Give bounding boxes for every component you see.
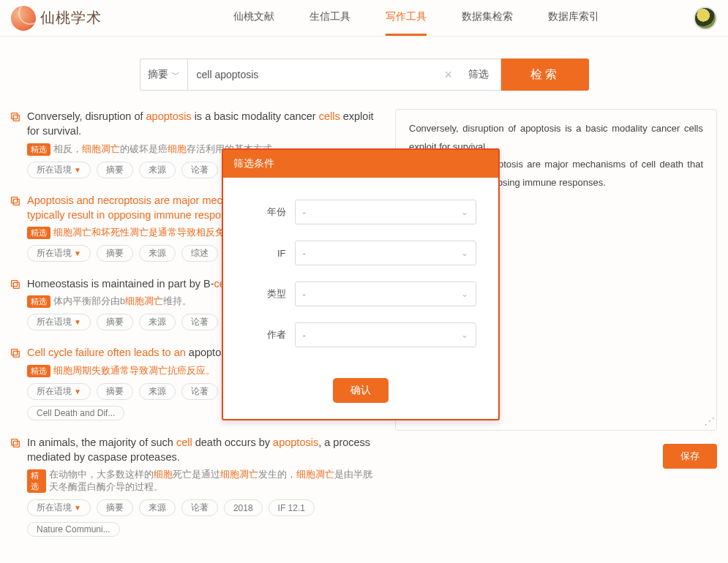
featured-badge: 精选 [27,295,50,308]
tag[interactable]: 所在语境▼ [27,499,91,516]
form-label: 年份 [245,205,286,219]
form-select[interactable]: -⌄ [295,282,476,306]
svg-rect-9 [12,439,18,445]
tag[interactable]: 论著 [181,383,218,400]
tag[interactable]: Nature Communi... [27,522,120,537]
search-input[interactable] [187,58,465,91]
svg-rect-8 [13,441,19,447]
chevron-down-icon: ⌄ [461,248,468,258]
tag[interactable]: IF 12.1 [269,499,315,516]
confirm-button[interactable]: 确认 [333,378,389,403]
svg-rect-1 [12,113,18,119]
translation-text: 体内平衡部分由b细胞凋亡维持。 [53,295,192,308]
copy-icon[interactable] [11,111,21,123]
form-label: IF [245,248,286,259]
search-button[interactable]: 检索 [501,58,589,91]
result-item: In animals, the majority of such cell de… [11,435,377,537]
tag[interactable]: 摘要 [97,245,133,262]
select-value: - [303,207,306,218]
logo-icon [11,6,36,31]
arrow-down-icon: ▼ [74,166,81,174]
copy-icon[interactable] [11,195,21,207]
svg-rect-7 [12,349,18,355]
nav: 仙桃文献生信工具写作工具数据集检索数据库索引 [138,0,694,36]
tag[interactable]: 摘要 [97,499,133,516]
form-label: 类型 [245,287,286,301]
svg-rect-4 [13,283,19,289]
copy-icon[interactable] [11,279,21,290]
tag[interactable]: 论著 [181,499,218,516]
select-value: - [303,289,306,300]
tag[interactable]: 摘要 [97,314,133,330]
copy-icon[interactable] [11,437,21,449]
result-title[interactable]: Conversely, disruption of apoptosis is a… [27,109,377,139]
tag[interactable]: 所在语境▼ [27,162,91,178]
nav-item[interactable]: 写作工具 [386,0,427,36]
header: 仙桃学术 仙桃文献生信工具写作工具数据集检索数据库索引 [0,0,728,37]
tag[interactable]: 论著 [181,162,218,178]
chevron-down-icon: ﹀ [171,69,180,81]
nav-item[interactable]: 数据集检索 [462,0,513,36]
tag[interactable]: 来源 [139,499,176,516]
arrow-down-icon: ▼ [74,318,81,326]
tag[interactable]: 所在语境▼ [27,245,91,262]
tag[interactable]: 所在语境▼ [27,314,91,330]
avatar[interactable] [694,7,717,30]
featured-badge: 精选 [27,143,50,156]
filter-modal: 筛选条件 年份-⌄IF-⌄类型-⌄作者-⌄ 确认 [222,148,500,420]
tag[interactable]: 摘要 [97,162,133,178]
result-title[interactable]: In animals, the majority of such cell de… [27,435,377,465]
form-label: 作者 [245,328,286,341]
tag[interactable]: 综述 [181,245,218,262]
brand-text: 仙桃学术 [40,8,102,28]
logo[interactable]: 仙桃学术 [11,6,102,31]
svg-rect-0 [13,115,19,121]
filter-button[interactable]: 筛选 [457,58,501,91]
select-value: - [303,330,306,341]
tag[interactable]: 2018 [224,499,263,516]
svg-rect-5 [12,281,18,287]
arrow-down-icon: ▼ [74,249,81,257]
tag[interactable]: 来源 [139,314,176,330]
tag[interactable]: 所在语境▼ [27,383,91,400]
svg-rect-6 [13,352,19,358]
arrow-down-icon: ▼ [74,388,81,396]
search-type-select[interactable]: 摘要 ﹀ [140,58,187,91]
tag[interactable]: 来源 [139,162,176,178]
featured-badge: 精选 [27,227,50,239]
tag[interactable]: 论著 [181,314,218,330]
featured-badge: 精选 [27,365,50,377]
chevron-down-icon: ⌄ [461,289,468,299]
form-select[interactable]: -⌄ [295,322,476,347]
tag-row: 所在语境▼摘要来源论著2018IF 12.1Nature Communi... [27,499,377,537]
translation-text: 细胞周期失败通常导致凋亡抗癌反应。 [53,365,215,377]
nav-item[interactable]: 仙桃文献 [233,0,274,36]
translation-text: 在动物中，大多数这样的细胞死亡是通过细胞凋亡发生的，细胞凋亡是由半胱天冬酶蛋白酶… [49,469,377,494]
tag[interactable]: 来源 [139,383,176,400]
resize-icon[interactable]: ⋰ [704,413,716,430]
search-bar: 摘要 ﹀ × 筛选 检索 [0,58,728,91]
search-type-label: 摘要 [148,68,168,81]
tag[interactable]: 摘要 [97,383,133,400]
arrow-down-icon: ▼ [74,504,81,512]
translation-row: 精选在动物中，大多数这样的细胞死亡是通过细胞凋亡发生的，细胞凋亡是由半胱天冬酶蛋… [27,469,377,494]
chevron-down-icon: ⌄ [461,330,468,340]
nav-item[interactable]: 生信工具 [309,0,350,36]
form-select[interactable]: -⌄ [295,200,476,224]
svg-rect-2 [13,199,19,205]
featured-badge: 精选 [27,469,46,493]
chevron-down-icon: ⌄ [461,207,468,217]
save-button[interactable]: 保存 [663,444,717,469]
nav-item[interactable]: 数据库索引 [548,0,599,36]
select-value: - [303,248,306,259]
modal-title: 筛选条件 [223,150,498,178]
tag[interactable]: Cell Death and Dif... [27,406,124,420]
copy-icon[interactable] [11,347,21,359]
tag[interactable]: 来源 [139,245,176,262]
svg-rect-3 [12,197,18,203]
modal-body: 年份-⌄IF-⌄类型-⌄作者-⌄ [223,178,498,378]
clear-icon[interactable]: × [445,67,453,82]
form-select[interactable]: -⌄ [295,241,476,265]
